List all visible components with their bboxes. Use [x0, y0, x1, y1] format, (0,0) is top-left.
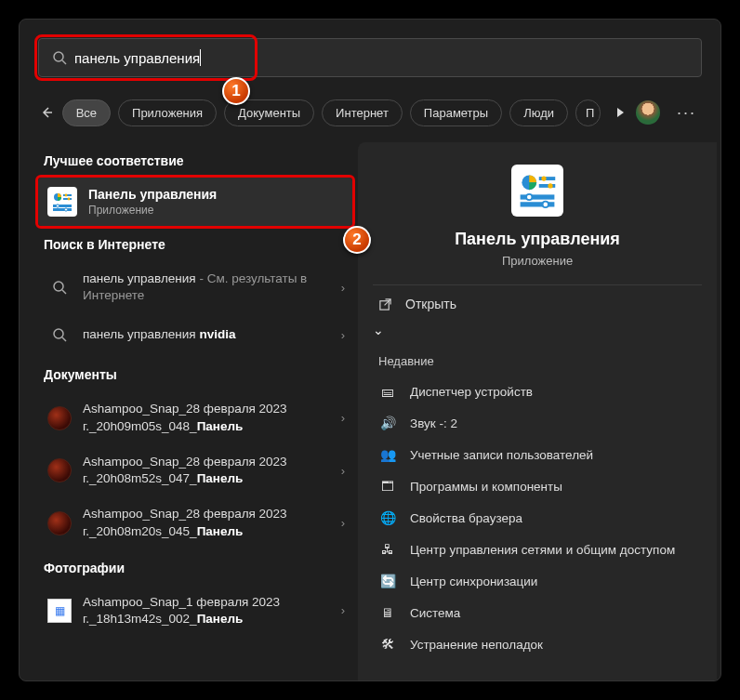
svg-point-12: [54, 282, 63, 291]
svg-rect-9: [53, 208, 72, 211]
search-query: панель управления: [74, 50, 200, 66]
doc-result-0[interactable]: Ashampoo_Snap_28 февраля 2023г._20h09m05…: [38, 391, 352, 443]
best-match-item[interactable]: Панель управления Приложение: [38, 178, 352, 226]
open-action[interactable]: Открыть: [373, 284, 702, 323]
recent-item-0[interactable]: 🖴Диспетчер устройств: [373, 376, 702, 407]
preview-column: Панель управления Приложение Открыть ⌄ Н…: [358, 142, 717, 680]
filter-right-cluster: ···: [636, 100, 702, 125]
device-manager-icon: 🖴: [378, 382, 397, 401]
chevron-right-icon: ›: [341, 281, 345, 295]
filter-web[interactable]: Интернет: [322, 99, 403, 126]
filter-apps[interactable]: Приложения: [118, 99, 217, 126]
user-avatar[interactable]: [636, 100, 660, 125]
web-result-text: панель управления nvidia: [83, 326, 235, 343]
sound-icon: 🔊: [378, 414, 397, 432]
best-match-subtitle: Приложение: [88, 204, 217, 217]
more-button[interactable]: ···: [671, 103, 702, 123]
best-match-title: Панель управления: [88, 187, 217, 202]
ashampoo-icon: [47, 511, 72, 535]
recent-header: Недавние: [373, 337, 702, 376]
chevron-right-icon: ›: [341, 464, 345, 478]
control-panel-icon: [47, 187, 77, 217]
search-icon: [47, 275, 72, 299]
annotation-badge-2: 2: [343, 226, 371, 254]
photo-result-0[interactable]: ▦ Ashampoo_Snap_1 февраля 2023г._18h13m4…: [38, 585, 352, 637]
recent-item-5[interactable]: 🖧Центр управления сетями и общим доступо…: [373, 534, 702, 565]
troubleshoot-icon: 🛠: [378, 635, 397, 654]
photo-thumb-icon: ▦: [47, 599, 72, 623]
doc-text: Ashampoo_Snap_28 февраля 2023г._20h08m52…: [83, 454, 287, 487]
filter-all[interactable]: Все: [62, 99, 111, 126]
svg-rect-23: [521, 202, 555, 206]
start-search-panel: панель управления Все Приложения Докумен…: [19, 19, 721, 681]
web-result-text: панель управления - См. результаты в Инт…: [83, 271, 343, 304]
recent-item-2[interactable]: 👥Учетные записи пользователей: [373, 439, 702, 470]
svg-point-25: [543, 202, 548, 207]
preview-subtitle: Приложение: [502, 254, 573, 268]
svg-line-1: [62, 60, 66, 64]
open-label: Открыть: [405, 297, 456, 311]
sync-center-icon: 🔄: [378, 572, 397, 590]
recent-item-1[interactable]: 🔊Звук -: 2: [373, 407, 702, 439]
best-match-text: Панель управления Приложение: [88, 187, 217, 217]
arrow-left-icon: [39, 105, 54, 120]
chevron-right-icon: ›: [341, 516, 345, 530]
svg-rect-4: [63, 194, 72, 196]
control-panel-icon-large: [511, 165, 563, 217]
filter-people[interactable]: Люди: [509, 99, 568, 126]
play-icon: [614, 107, 626, 118]
recent-item-3[interactable]: 🗔Программы и компоненты: [373, 470, 702, 502]
svg-point-0: [54, 52, 63, 61]
best-match-header: Лучшее соответствие: [38, 142, 352, 178]
browser-props-icon: 🌐: [378, 508, 397, 527]
svg-point-10: [56, 205, 59, 207]
svg-point-20: [541, 176, 546, 180]
svg-point-7: [68, 198, 71, 201]
photo-text: Ashampoo_Snap_1 февраля 2023г._18h13m42s…: [83, 594, 280, 627]
system-icon: 🖥: [378, 603, 397, 622]
svg-rect-5: [63, 198, 72, 200]
filter-bar: Все Приложения Документы Интернет Параме…: [38, 94, 702, 131]
ashampoo-icon: [47, 406, 72, 430]
filter-settings[interactable]: Параметры: [410, 99, 502, 126]
ashampoo-icon: [47, 458, 72, 482]
svg-line-15: [62, 337, 66, 341]
svg-point-6: [65, 194, 68, 197]
web-result-1[interactable]: панель управления nvidia ›: [38, 313, 352, 356]
back-button[interactable]: [38, 99, 55, 126]
preview-header: Панель управления Приложение: [373, 142, 702, 284]
web-result-0[interactable]: панель управления - См. результаты в Инт…: [38, 261, 352, 313]
programs-icon: 🗔: [378, 477, 397, 495]
chevron-right-icon: ›: [341, 411, 345, 425]
filter-scroll-right[interactable]: [612, 99, 628, 126]
results-column: Лучшее соответствие Панель управления Пр…: [20, 142, 358, 680]
recent-item-8[interactable]: 🛠Устранение неполадок: [373, 628, 702, 660]
doc-result-1[interactable]: Ashampoo_Snap_28 февраля 2023г._20h08m52…: [38, 444, 352, 496]
recent-item-4[interactable]: 🌐Свойства браузера: [373, 502, 702, 534]
svg-point-21: [548, 183, 552, 188]
preview-title: Панель управления: [455, 230, 620, 249]
chevron-right-icon: ›: [341, 328, 345, 342]
recent-item-6[interactable]: 🔄Центр синхронизации: [373, 565, 702, 597]
svg-point-14: [54, 329, 63, 338]
web-header: Поиск в Интернете: [38, 226, 352, 261]
content-area: Лучшее соответствие Панель управления Пр…: [20, 142, 720, 680]
users-icon: 👥: [378, 445, 397, 464]
text-cursor: [200, 49, 201, 66]
svg-point-24: [526, 194, 532, 200]
chevron-down-icon[interactable]: ⌄: [373, 323, 384, 337]
search-box[interactable]: панель управления: [38, 38, 702, 77]
svg-line-13: [62, 290, 66, 294]
doc-result-2[interactable]: Ashampoo_Snap_28 февраля 2023г._20h08m20…: [38, 496, 352, 548]
annotation-badge-1: 1: [222, 77, 250, 105]
open-icon: [378, 297, 392, 311]
chevron-right-icon: ›: [341, 603, 345, 617]
recent-item-7[interactable]: 🖥Система: [373, 597, 702, 628]
photos-header: Фотографии: [38, 549, 352, 585]
svg-rect-22: [521, 194, 555, 199]
search-icon: [52, 50, 67, 65]
search-icon: [47, 323, 72, 347]
doc-text: Ashampoo_Snap_28 февраля 2023г._20h08m20…: [83, 506, 287, 539]
docs-header: Документы: [38, 356, 352, 391]
filter-more-trunc[interactable]: П: [575, 99, 601, 126]
